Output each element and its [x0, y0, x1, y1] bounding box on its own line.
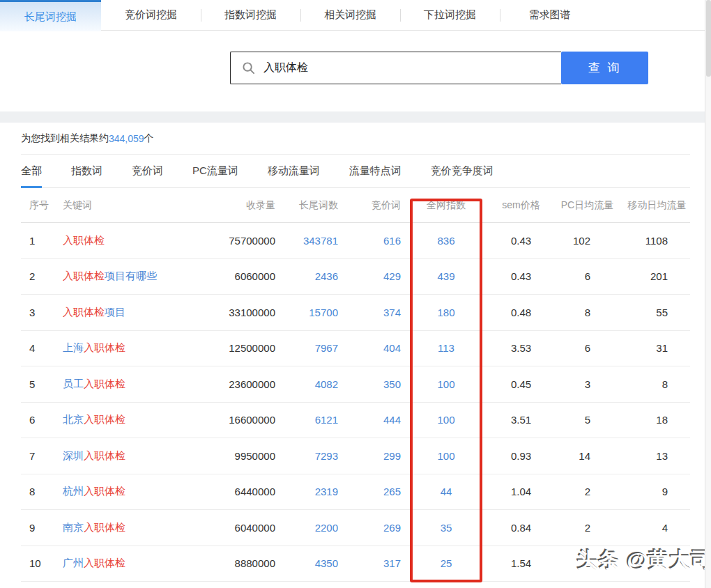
- keyword-link[interactable]: 入职体检项目有哪些: [63, 270, 157, 281]
- nav-tab-2[interactable]: 竞价词挖掘: [101, 0, 201, 30]
- cell-pc: 5: [551, 414, 624, 426]
- table-row: 6北京入职体检1660000061214441003.51518: [21, 403, 690, 439]
- col-header-included: 收录量: [209, 199, 275, 212]
- cell-index[interactable]: 113: [401, 342, 491, 354]
- cell-longtail[interactable]: 7293: [275, 450, 338, 462]
- keyword-link[interactable]: 入职体检项目: [63, 306, 125, 318]
- cell-keyword: 深圳入职体检: [63, 449, 209, 463]
- filter-tab-2[interactable]: 指数词: [71, 155, 102, 188]
- cell-mobile: 201: [624, 270, 690, 282]
- cell-longtail[interactable]: 6121: [275, 414, 338, 426]
- cell-rank: 6: [21, 414, 63, 426]
- cell-longtail[interactable]: 2319: [275, 486, 338, 497]
- cell-rank: 9: [21, 522, 63, 534]
- cell-rank: 10: [21, 557, 63, 569]
- cell-bid[interactable]: 616: [338, 235, 401, 247]
- cell-longtail[interactable]: 2200: [275, 522, 338, 534]
- cell-sem: 3.51: [491, 414, 551, 426]
- search-icon: [242, 61, 255, 75]
- page: 长尾词挖掘竞价词挖掘指数词挖掘相关词挖掘下拉词挖掘需求图谱 查 询 为您找到相关…: [0, 0, 711, 588]
- cell-rank: 7: [21, 450, 63, 462]
- cell-index[interactable]: 180: [401, 307, 491, 318]
- cell-bid[interactable]: 299: [338, 450, 401, 462]
- cell-keyword: 杭州入职体检: [63, 485, 209, 498]
- cell-bid[interactable]: 444: [338, 414, 401, 426]
- filter-tab-4[interactable]: PC流量词: [192, 155, 238, 188]
- cell-pc: 14: [551, 450, 624, 462]
- cell-index[interactable]: 100: [401, 450, 491, 462]
- cell-longtail[interactable]: 4082: [275, 378, 338, 390]
- cell-index[interactable]: 35: [401, 522, 491, 534]
- cell-bid[interactable]: 404: [338, 342, 401, 354]
- search-input[interactable]: [263, 62, 554, 75]
- cell-bid[interactable]: 265: [338, 486, 401, 497]
- filter-tab-7[interactable]: 竞价竞争度词: [431, 155, 494, 188]
- cell-included: 6440000: [209, 486, 275, 497]
- cell-sem: 0.43: [491, 235, 551, 247]
- results-prefix: 为您找到相关结果约: [21, 132, 109, 145]
- search-input-wrap: [230, 52, 561, 84]
- cell-included: 16600000: [209, 414, 275, 426]
- cell-included: 23600000: [209, 378, 275, 390]
- nav-tab-1[interactable]: 长尾词挖掘: [0, 0, 101, 31]
- keyword-part-red: 入职体检: [63, 270, 105, 281]
- keyword-part-red: 入职体检: [84, 557, 125, 568]
- keyword-part-blue: 南京: [63, 521, 84, 533]
- cell-longtail[interactable]: 343781: [275, 235, 338, 247]
- keyword-link[interactable]: 上海入职体检: [63, 341, 125, 353]
- cell-rank: 1: [21, 235, 63, 247]
- cell-longtail[interactable]: 4350: [275, 557, 338, 569]
- keyword-link[interactable]: 南京入职体检: [63, 521, 125, 533]
- nav-tab-4[interactable]: 相关词挖掘: [300, 0, 400, 30]
- cell-pc: 6: [551, 270, 624, 282]
- cell-mobile: 31: [624, 342, 690, 354]
- nav-tab-5[interactable]: 下拉词挖掘: [400, 0, 500, 30]
- cell-longtail[interactable]: 2436: [275, 270, 338, 282]
- col-header-longtail: 长尾词数: [275, 199, 338, 212]
- nav-tab-6[interactable]: 需求图谱: [500, 0, 599, 30]
- filter-tab-3[interactable]: 竞价词: [132, 155, 163, 188]
- cell-longtail[interactable]: 15700: [275, 307, 338, 318]
- cell-index[interactable]: 836: [401, 235, 491, 247]
- cell-sem: 3.53: [491, 342, 551, 354]
- cell-bid[interactable]: 350: [338, 378, 401, 390]
- cell-longtail[interactable]: 7967: [275, 342, 338, 354]
- keyword-link[interactable]: 员工入职体检: [63, 378, 125, 389]
- cell-keyword: 入职体检: [63, 234, 209, 247]
- scrollbar-thumb[interactable]: [706, 0, 711, 77]
- vertical-scrollbar[interactable]: [705, 0, 711, 588]
- cell-bid[interactable]: 429: [338, 270, 401, 282]
- keyword-part-red: 入职体检: [84, 449, 125, 461]
- search-button[interactable]: 查 询: [561, 52, 648, 84]
- cell-bid[interactable]: 374: [338, 307, 401, 318]
- cell-included: 12500000: [209, 342, 275, 354]
- cell-index[interactable]: 44: [401, 486, 491, 497]
- cell-index[interactable]: 25: [401, 557, 491, 569]
- cell-bid[interactable]: 269: [338, 522, 401, 534]
- nav-tab-3[interactable]: 指数词挖掘: [201, 0, 300, 30]
- keyword-link[interactable]: 入职体检: [63, 234, 105, 246]
- keyword-link[interactable]: 杭州入职体检: [63, 485, 125, 497]
- table-row: 2入职体检项目有哪些606000024364294390.436201: [21, 259, 690, 295]
- keyword-part-red: 入职体检: [63, 306, 105, 318]
- cell-index[interactable]: 439: [401, 270, 491, 282]
- cell-keyword: 上海入职体检: [63, 341, 209, 355]
- cell-bid[interactable]: 317: [338, 557, 401, 569]
- cell-included: 33100000: [209, 307, 275, 318]
- cell-index[interactable]: 100: [401, 414, 491, 426]
- keyword-part-red: 入职体检: [84, 341, 125, 353]
- keyword-part-blue: 深圳: [63, 449, 84, 461]
- col-header-rank: 序号: [21, 199, 63, 212]
- filter-tab-1[interactable]: 全部: [21, 155, 42, 188]
- keyword-link[interactable]: 深圳入职体检: [63, 449, 125, 461]
- filter-tab-6[interactable]: 流量特点词: [349, 155, 402, 188]
- keyword-part-blue: 员工: [63, 378, 84, 389]
- table-row: 3入职体检项目33100000157003741800.48855: [21, 295, 690, 331]
- results-count: 344,059: [109, 133, 144, 144]
- keyword-part-blue: 广州: [63, 557, 84, 568]
- keyword-link[interactable]: 北京入职体检: [63, 413, 125, 425]
- filter-tab-5[interactable]: 移动流量词: [268, 155, 320, 188]
- keyword-link[interactable]: 广州入职体检: [63, 557, 125, 568]
- cell-index[interactable]: 100: [401, 378, 491, 390]
- col-header-index: 全网指数: [401, 199, 491, 212]
